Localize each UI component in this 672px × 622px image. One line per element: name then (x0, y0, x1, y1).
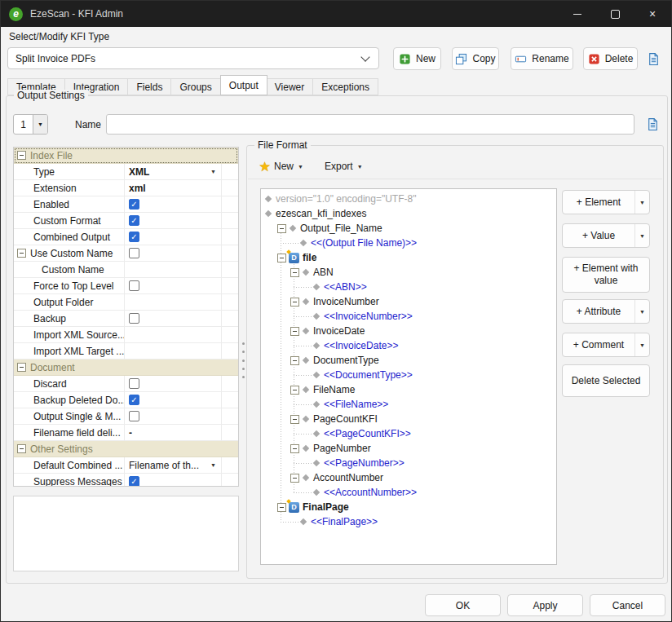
property-row[interactable]: Suppress Messages✓ (14, 474, 238, 487)
tree-node-value[interactable]: <<FinalPage>> (261, 514, 556, 529)
checkbox[interactable]: ✓ (129, 199, 139, 210)
collapse-icon[interactable] (17, 249, 26, 258)
collapse-icon[interactable] (290, 474, 299, 483)
property-row[interactable]: TypeXML▼ (14, 164, 238, 180)
tree-node-value[interactable]: <<PageCountKFI>> (261, 426, 556, 441)
dropdown-arrow-icon[interactable]: ▼ (634, 191, 649, 214)
tree-node-element[interactable]: InvoiceDate (261, 324, 556, 338)
tree-node-element[interactable]: InvoiceNumber (261, 294, 556, 309)
maximize-button[interactable] (596, 1, 634, 27)
collapse-icon[interactable] (17, 363, 26, 372)
tree-node-element[interactable]: DocumentType (261, 353, 556, 368)
dropdown-arrow-icon[interactable]: ▼ (634, 224, 649, 247)
output-index-spinner[interactable]: 1 ▼ (13, 114, 48, 135)
property-row[interactable]: Default Combined ...Filename of th...▼ (14, 457, 238, 474)
property-row[interactable]: Import XML Target ... (14, 343, 238, 360)
cancel-button[interactable]: Cancel (590, 594, 665, 616)
property-value[interactable]: XML▼ (125, 164, 221, 179)
dropdown-arrow-icon[interactable]: ▼ (634, 300, 649, 323)
property-value[interactable] (125, 245, 221, 261)
tree-node-value[interactable]: <<ABN>> (261, 280, 556, 294)
property-value[interactable]: ✓ (125, 474, 221, 487)
output-name-input[interactable] (106, 114, 634, 135)
copy-kfi-button[interactable]: Copy (452, 47, 499, 70)
property-value[interactable] (125, 327, 221, 342)
tree-node-value[interactable]: <<PageNumber>> (261, 456, 556, 470)
collapse-icon[interactable] (290, 386, 299, 395)
property-row[interactable]: Custom Format✓ (14, 213, 238, 229)
property-row[interactable]: Force to Top Level (14, 278, 238, 294)
checkbox[interactable] (129, 378, 139, 389)
collapse-icon[interactable] (277, 254, 286, 262)
tree-node-decl[interactable]: version="1.0" encoding="UTF-8" (261, 192, 556, 206)
minimize-button[interactable] (559, 1, 596, 27)
property-row[interactable]: Custom Name (14, 262, 238, 278)
property-row[interactable]: Use Custom Name (14, 245, 238, 262)
property-value[interactable] (125, 294, 221, 310)
checkbox[interactable]: ✓ (129, 395, 139, 405)
collapse-icon[interactable] (290, 415, 299, 424)
property-row[interactable]: Discard (14, 376, 238, 392)
checkbox[interactable] (129, 248, 139, 258)
comment-button[interactable]: + Comment▼ (562, 333, 650, 357)
tree-node-value[interactable]: <<DocumentType>> (261, 368, 556, 382)
collapse-icon[interactable] (290, 356, 299, 365)
tree-node-element[interactable]: Output_File_Name (261, 221, 556, 236)
apply-button[interactable]: Apply (507, 594, 583, 616)
property-row[interactable]: Output Folder (14, 294, 238, 311)
property-row[interactable]: Extensionxml (14, 180, 238, 196)
property-value[interactable] (125, 376, 221, 391)
tree-node-value[interactable]: <<InvoiceDate>> (261, 338, 556, 353)
property-row[interactable]: Backup (14, 311, 238, 327)
collapse-icon[interactable] (17, 444, 26, 453)
property-value[interactable]: ✓ (125, 229, 221, 245)
new-kfi-button[interactable]: New (393, 47, 441, 70)
collapse-icon[interactable] (17, 151, 26, 160)
property-section-row[interactable]: Document (14, 360, 238, 376)
dropdown-arrow-icon[interactable]: ▼ (33, 115, 47, 134)
attribute-button[interactable]: + Attribute▼ (562, 299, 650, 324)
element-button[interactable]: + Element▼ (562, 190, 650, 214)
tree-node-element[interactable]: AccountNumber (261, 470, 556, 485)
checkbox[interactable] (129, 280, 139, 291)
property-row[interactable]: Output Single & M... (14, 408, 238, 425)
element-with-value-button[interactable]: + Element with value (562, 257, 650, 293)
property-value[interactable] (125, 408, 221, 424)
collapse-icon[interactable] (290, 268, 299, 277)
tree-node-element[interactable]: DFinalPage (261, 500, 556, 514)
collapse-icon[interactable] (277, 224, 286, 233)
name-notes-button[interactable] (641, 114, 664, 135)
property-value[interactable]: ✓ (125, 196, 221, 212)
tree-node-value[interactable]: <<AccountNumber>> (261, 485, 556, 500)
property-value[interactable] (125, 262, 221, 277)
tab-groups[interactable]: Groups (171, 78, 220, 95)
property-section-row[interactable]: Other Settings (14, 441, 238, 457)
checkbox[interactable]: ✓ (129, 476, 139, 487)
tree-node-element[interactable]: PageCountKFI (261, 412, 556, 426)
tab-fields[interactable]: Fields (128, 78, 171, 95)
collapse-icon[interactable] (290, 298, 299, 307)
rename-kfi-button[interactable]: Rename (511, 47, 573, 70)
property-value[interactable]: - (125, 425, 221, 440)
property-row[interactable]: Enabled✓ (14, 196, 238, 213)
tree-node-element[interactable]: ABN (261, 265, 556, 280)
property-row[interactable]: Filename field deli...- (14, 425, 238, 441)
tree-node-value[interactable]: <<(Output File Name)>> (261, 236, 556, 250)
property-value[interactable]: xml (125, 180, 221, 196)
property-value[interactable] (125, 343, 221, 359)
export-button[interactable]: Export ▼ (325, 161, 363, 172)
tree-node-element[interactable]: Dfile (261, 250, 556, 265)
property-section-row[interactable]: Index File (14, 148, 238, 164)
delete-selected-button[interactable]: Delete Selected (562, 364, 650, 397)
ok-button[interactable]: OK (425, 594, 501, 616)
tree-node-element[interactable]: FileName (261, 382, 556, 397)
property-value[interactable] (125, 278, 221, 293)
collapse-icon[interactable] (277, 503, 286, 512)
tree-node-value[interactable]: <<InvoiceNumber>> (261, 309, 556, 324)
property-value[interactable]: Filename of th...▼ (125, 457, 221, 473)
dropdown-arrow-icon[interactable]: ▼ (210, 462, 216, 468)
checkbox[interactable]: ✓ (129, 232, 139, 242)
splitter-handle[interactable] (241, 342, 245, 378)
tree-node-value[interactable]: <<FileName>> (261, 397, 556, 412)
tab-exceptions[interactable]: Exceptions (313, 78, 378, 95)
